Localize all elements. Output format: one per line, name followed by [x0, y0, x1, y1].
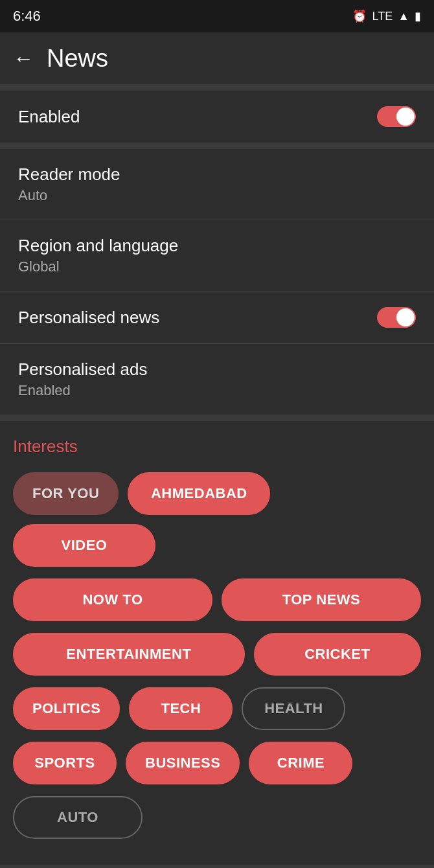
- interests-row-5: SPORTS BUSINESS CRIME: [13, 742, 421, 784]
- enabled-label: Enabled: [18, 107, 80, 127]
- interests-section: Interests FOR YOU AHMEDABAD VIDEO NOW TO…: [0, 421, 434, 865]
- interests-row-4: POLITICS TECH HEALTH: [13, 687, 421, 730]
- chip-crime[interactable]: CRIME: [249, 742, 352, 784]
- personalised-ads-row[interactable]: Personalised ads Enabled: [0, 344, 434, 415]
- interests-row-6: AUTO: [13, 796, 421, 839]
- chip-cricket[interactable]: CRICKET: [254, 633, 421, 676]
- chip-entertainment[interactable]: ENTERTAINMENT: [13, 633, 245, 676]
- personalised-news-knob: [396, 308, 415, 326]
- status-icons: ⏰ LTE ▲ ▮: [352, 9, 421, 23]
- reader-mode-value: Auto: [18, 187, 120, 204]
- interests-title: Interests: [13, 437, 421, 457]
- chip-politics[interactable]: POLITICS: [13, 687, 120, 730]
- personalised-ads-value: Enabled: [18, 382, 147, 399]
- page-title: News: [47, 45, 108, 73]
- interests-row-2: NOW TO TOP NEWS: [13, 578, 421, 621]
- chip-video[interactable]: VIDEO: [13, 524, 155, 567]
- chip-tech[interactable]: TECH: [129, 687, 233, 730]
- personalised-news-row: Personalised news: [0, 291, 434, 344]
- enabled-toggle[interactable]: [377, 106, 416, 127]
- chip-auto[interactable]: AUTO: [13, 796, 143, 839]
- reader-mode-label: Reader mode: [18, 165, 120, 185]
- top-bar: ← News: [0, 32, 434, 84]
- interests-grid: FOR YOU AHMEDABAD VIDEO NOW TO TOP NEWS …: [13, 472, 421, 839]
- chip-now-to[interactable]: NOW TO: [13, 578, 212, 621]
- region-language-value: Global: [18, 258, 178, 275]
- enabled-section: Enabled: [0, 91, 434, 143]
- back-button[interactable]: ←: [13, 47, 34, 71]
- status-time: 6:46: [13, 8, 41, 25]
- interests-row-3: ENTERTAINMENT CRICKET: [13, 633, 421, 676]
- chip-ahmedabad[interactable]: AHMEDABAD: [128, 472, 270, 515]
- personalised-news-label: Personalised news: [18, 308, 159, 328]
- interests-row-1: FOR YOU AHMEDABAD VIDEO: [13, 472, 421, 567]
- status-bar: 6:46 ⏰ LTE ▲ ▮: [0, 0, 434, 32]
- chip-top-news[interactable]: TOP NEWS: [222, 578, 421, 621]
- region-language-label: Region and language: [18, 236, 178, 256]
- chip-business[interactable]: BUSINESS: [126, 742, 240, 784]
- chip-for-you[interactable]: FOR YOU: [13, 472, 119, 515]
- chip-health[interactable]: HEALTH: [242, 687, 345, 730]
- toggle-knob: [396, 108, 415, 126]
- reader-mode-row[interactable]: Reader mode Auto: [0, 149, 434, 220]
- enabled-row: Enabled: [0, 91, 434, 143]
- signal-icon: ▲: [398, 10, 409, 23]
- settings-section: Reader mode Auto Region and language Glo…: [0, 149, 434, 415]
- alarm-icon: ⏰: [352, 9, 367, 23]
- region-language-row[interactable]: Region and language Global: [0, 220, 434, 291]
- personalised-ads-label: Personalised ads: [18, 360, 147, 380]
- lte-icon: LTE: [372, 10, 393, 23]
- chip-sports[interactable]: SPORTS: [13, 742, 117, 784]
- personalised-news-toggle[interactable]: [377, 307, 416, 328]
- battery-icon: ▮: [415, 9, 421, 23]
